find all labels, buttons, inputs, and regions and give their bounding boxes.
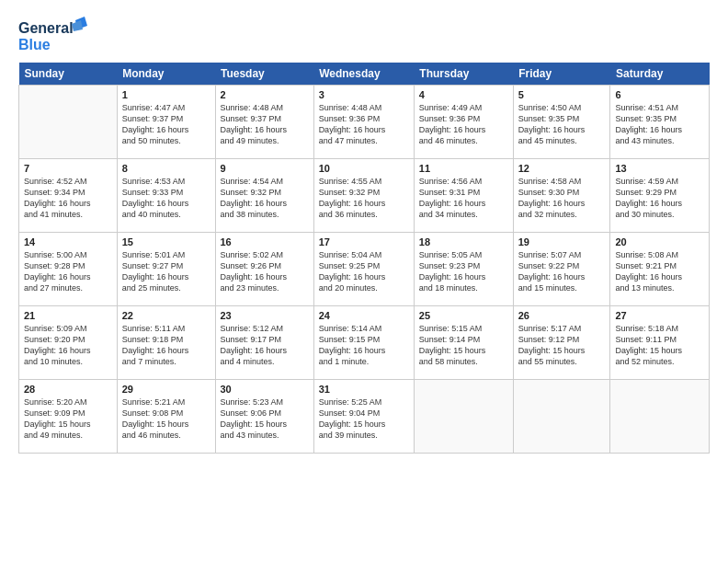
- day-info: Sunrise: 4:49 AMSunset: 9:36 PMDaylight:…: [419, 102, 508, 147]
- calendar-cell: 19Sunrise: 5:07 AMSunset: 9:22 PMDayligh…: [513, 233, 610, 306]
- header-cell-sunday: Sunday: [19, 63, 118, 86]
- calendar-cell: 7Sunrise: 4:52 AMSunset: 9:34 PMDaylight…: [19, 159, 118, 233]
- calendar-cell: 29Sunrise: 5:21 AMSunset: 9:08 PMDayligh…: [117, 380, 215, 454]
- day-info: Sunrise: 5:15 AMSunset: 9:14 PMDaylight:…: [419, 323, 508, 368]
- calendar-cell: 16Sunrise: 5:02 AMSunset: 9:26 PMDayligh…: [215, 233, 313, 306]
- header-cell-thursday: Thursday: [414, 63, 513, 86]
- day-info: Sunrise: 5:18 AMSunset: 9:11 PMDaylight:…: [615, 323, 704, 368]
- calendar-cell: 18Sunrise: 5:05 AMSunset: 9:23 PMDayligh…: [414, 233, 513, 306]
- day-info: Sunrise: 4:47 AMSunset: 9:37 PMDaylight:…: [122, 102, 210, 147]
- svg-text:General: General: [18, 20, 74, 36]
- day-info: Sunrise: 4:50 AMSunset: 9:35 PMDaylight:…: [518, 102, 606, 147]
- day-number: 1: [122, 89, 210, 100]
- day-info: Sunrise: 4:52 AMSunset: 9:34 PMDaylight:…: [24, 176, 112, 221]
- week-row-5: 28Sunrise: 5:20 AMSunset: 9:09 PMDayligh…: [19, 380, 710, 454]
- svg-text:Blue: Blue: [18, 37, 51, 52]
- calendar-cell: 10Sunrise: 4:55 AMSunset: 9:32 PMDayligh…: [313, 159, 414, 233]
- calendar-cell: 26Sunrise: 5:17 AMSunset: 9:12 PMDayligh…: [513, 306, 610, 380]
- calendar-header: SundayMondayTuesdayWednesdayThursdayFrid…: [19, 63, 710, 86]
- day-info: Sunrise: 5:08 AMSunset: 9:21 PMDaylight:…: [615, 249, 704, 294]
- calendar-cell: 4Sunrise: 4:49 AMSunset: 9:36 PMDaylight…: [414, 86, 513, 159]
- day-number: 8: [122, 163, 210, 174]
- calendar-cell: 9Sunrise: 4:54 AMSunset: 9:32 PMDaylight…: [215, 159, 313, 233]
- day-number: 4: [419, 89, 508, 100]
- header-cell-friday: Friday: [513, 63, 610, 86]
- calendar-cell: 6Sunrise: 4:51 AMSunset: 9:35 PMDaylight…: [610, 86, 710, 159]
- week-row-3: 14Sunrise: 5:00 AMSunset: 9:28 PMDayligh…: [19, 233, 710, 306]
- day-number: 11: [419, 163, 508, 174]
- day-info: Sunrise: 5:23 AMSunset: 9:06 PMDaylight:…: [221, 396, 309, 442]
- calendar-cell: 3Sunrise: 4:48 AMSunset: 9:36 PMDaylight…: [313, 86, 414, 159]
- day-number: 25: [419, 310, 508, 321]
- day-info: Sunrise: 5:12 AMSunset: 9:17 PMDaylight:…: [221, 323, 309, 368]
- calendar-cell: 17Sunrise: 5:04 AMSunset: 9:25 PMDayligh…: [313, 233, 414, 306]
- calendar-cell: 21Sunrise: 5:09 AMSunset: 9:20 PMDayligh…: [19, 306, 118, 380]
- week-row-2: 7Sunrise: 4:52 AMSunset: 9:34 PMDaylight…: [19, 159, 710, 233]
- day-number: 28: [24, 384, 112, 395]
- day-number: 24: [319, 310, 409, 321]
- day-number: 19: [518, 236, 606, 247]
- calendar-cell: 28Sunrise: 5:20 AMSunset: 9:09 PMDayligh…: [19, 380, 118, 454]
- day-number: 14: [24, 236, 112, 247]
- calendar-cell: 12Sunrise: 4:58 AMSunset: 9:30 PMDayligh…: [513, 159, 610, 233]
- day-info: Sunrise: 5:21 AMSunset: 9:08 PMDaylight:…: [122, 396, 210, 442]
- day-number: 3: [319, 89, 409, 100]
- day-number: 31: [319, 384, 409, 395]
- calendar-table: SundayMondayTuesdayWednesdayThursdayFrid…: [18, 63, 710, 454]
- day-info: Sunrise: 5:02 AMSunset: 9:26 PMDaylight:…: [221, 249, 309, 294]
- day-number: 18: [419, 236, 508, 247]
- day-info: Sunrise: 5:20 AMSunset: 9:09 PMDaylight:…: [24, 396, 112, 442]
- calendar-cell: [414, 380, 513, 454]
- calendar-body: 1Sunrise: 4:47 AMSunset: 9:37 PMDaylight…: [19, 86, 710, 454]
- week-row-4: 21Sunrise: 5:09 AMSunset: 9:20 PMDayligh…: [19, 306, 710, 380]
- day-number: 30: [221, 384, 309, 395]
- svg-marker-3: [72, 20, 83, 31]
- calendar-cell: 2Sunrise: 4:48 AMSunset: 9:37 PMDaylight…: [215, 86, 313, 159]
- day-number: 27: [615, 310, 704, 321]
- logo: GeneralBlue: [18, 17, 92, 57]
- day-number: 23: [221, 310, 309, 321]
- logo-svg: GeneralBlue: [18, 17, 92, 57]
- calendar-cell: 27Sunrise: 5:18 AMSunset: 9:11 PMDayligh…: [610, 306, 710, 380]
- day-info: Sunrise: 5:09 AMSunset: 9:20 PMDaylight:…: [24, 323, 112, 368]
- day-number: 16: [221, 236, 309, 247]
- day-info: Sunrise: 5:07 AMSunset: 9:22 PMDaylight:…: [518, 249, 606, 294]
- day-number: 2: [221, 89, 309, 100]
- week-row-1: 1Sunrise: 4:47 AMSunset: 9:37 PMDaylight…: [19, 86, 710, 159]
- day-info: Sunrise: 4:55 AMSunset: 9:32 PMDaylight:…: [319, 176, 409, 221]
- header-cell-tuesday: Tuesday: [215, 63, 313, 86]
- header-cell-wednesday: Wednesday: [313, 63, 414, 86]
- day-number: 22: [122, 310, 210, 321]
- day-info: Sunrise: 4:51 AMSunset: 9:35 PMDaylight:…: [615, 102, 704, 147]
- header-cell-monday: Monday: [117, 63, 215, 86]
- day-info: Sunrise: 4:58 AMSunset: 9:30 PMDaylight:…: [518, 176, 606, 221]
- day-number: 7: [24, 163, 112, 174]
- calendar-cell: 5Sunrise: 4:50 AMSunset: 9:35 PMDaylight…: [513, 86, 610, 159]
- calendar-cell: 24Sunrise: 5:14 AMSunset: 9:15 PMDayligh…: [313, 306, 414, 380]
- day-info: Sunrise: 5:14 AMSunset: 9:15 PMDaylight:…: [319, 323, 409, 368]
- day-info: Sunrise: 4:53 AMSunset: 9:33 PMDaylight:…: [122, 176, 210, 221]
- day-info: Sunrise: 5:17 AMSunset: 9:12 PMDaylight:…: [518, 323, 606, 368]
- calendar-cell: 8Sunrise: 4:53 AMSunset: 9:33 PMDaylight…: [117, 159, 215, 233]
- calendar-cell: 1Sunrise: 4:47 AMSunset: 9:37 PMDaylight…: [117, 86, 215, 159]
- calendar-cell: 25Sunrise: 5:15 AMSunset: 9:14 PMDayligh…: [414, 306, 513, 380]
- calendar-cell: [19, 86, 118, 159]
- day-info: Sunrise: 4:48 AMSunset: 9:36 PMDaylight:…: [319, 102, 409, 147]
- day-info: Sunrise: 5:00 AMSunset: 9:28 PMDaylight:…: [24, 249, 112, 294]
- day-number: 20: [615, 236, 704, 247]
- header-cell-saturday: Saturday: [610, 63, 710, 86]
- calendar-cell: 11Sunrise: 4:56 AMSunset: 9:31 PMDayligh…: [414, 159, 513, 233]
- day-info: Sunrise: 4:56 AMSunset: 9:31 PMDaylight:…: [419, 176, 508, 221]
- day-number: 6: [615, 89, 704, 100]
- day-info: Sunrise: 4:48 AMSunset: 9:37 PMDaylight:…: [221, 102, 309, 147]
- page-header: GeneralBlue: [18, 17, 710, 57]
- calendar-cell: 23Sunrise: 5:12 AMSunset: 9:17 PMDayligh…: [215, 306, 313, 380]
- day-info: Sunrise: 5:25 AMSunset: 9:04 PMDaylight:…: [319, 396, 409, 442]
- day-info: Sunrise: 4:59 AMSunset: 9:29 PMDaylight:…: [615, 176, 704, 221]
- day-info: Sunrise: 4:54 AMSunset: 9:32 PMDaylight:…: [221, 176, 309, 221]
- header-row: SundayMondayTuesdayWednesdayThursdayFrid…: [19, 63, 710, 86]
- calendar-cell: [610, 380, 710, 454]
- calendar-cell: [513, 380, 610, 454]
- day-info: Sunrise: 5:11 AMSunset: 9:18 PMDaylight:…: [122, 323, 210, 368]
- day-info: Sunrise: 5:05 AMSunset: 9:23 PMDaylight:…: [419, 249, 508, 294]
